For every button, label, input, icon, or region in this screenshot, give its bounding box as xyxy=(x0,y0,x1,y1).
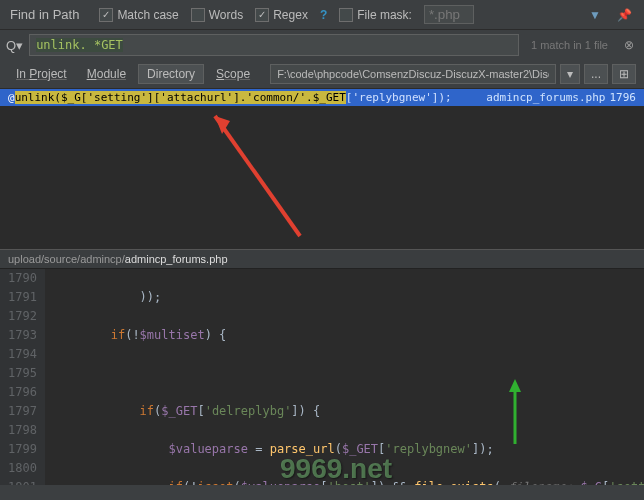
result-line: 1796 xyxy=(610,91,637,104)
dialog-header: Find in Path Match case Words Regex ? Fi… xyxy=(0,0,644,30)
svg-line-0 xyxy=(215,116,300,236)
line-gutter: 1790179117921793179417951796179717981799… xyxy=(0,269,45,485)
file-path-prefix: upload/source/admincp/ xyxy=(8,253,125,265)
tab-in-project[interactable]: In Project xyxy=(8,65,75,83)
search-icon: Q▾ xyxy=(6,38,23,53)
browse-button[interactable]: ... xyxy=(584,64,608,84)
dialog-title: Find in Path xyxy=(10,7,79,22)
checkbox-icon xyxy=(99,8,113,22)
scope-row: In Project Module Directory Scope ▾ ... … xyxy=(0,60,644,89)
directory-path-input[interactable] xyxy=(270,64,556,84)
result-at: @ xyxy=(8,91,15,104)
file-path-bar: upload/source/admincp/admincp_forums.php xyxy=(0,249,644,269)
code-editor[interactable]: 1790179117921793179417951796179717981799… xyxy=(0,269,644,485)
result-file: admincp_forums.php xyxy=(486,91,605,104)
annotation-arrow-icon xyxy=(200,106,320,246)
filter-icon[interactable]: ▼ xyxy=(587,6,603,24)
search-row: Q▾ unlink. *GET 1 match in 1 file ⊗ xyxy=(0,30,644,60)
tab-scope[interactable]: Scope xyxy=(208,65,258,83)
tree-button[interactable]: ⊞ xyxy=(612,64,636,84)
tab-module[interactable]: Module xyxy=(79,65,134,83)
file-name: admincp_forums.php xyxy=(125,253,228,265)
checkbox-icon xyxy=(191,8,205,22)
result-highlight: unlink($_G['setting']['attachurl'].'comm… xyxy=(15,91,346,104)
file-mask-checkbox[interactable]: File mask: xyxy=(339,8,412,22)
dropdown-icon[interactable]: ▾ xyxy=(560,64,580,84)
results-preview-area xyxy=(0,106,644,249)
code-content[interactable]: )); if(!$multiset) { if($_GET['delreplyb… xyxy=(45,269,644,485)
regex-checkbox[interactable]: Regex xyxy=(255,8,308,22)
match-case-checkbox[interactable]: Match case xyxy=(99,8,178,22)
result-rest: ['replybgnew']); xyxy=(346,91,452,104)
file-mask-input[interactable] xyxy=(424,5,474,24)
pin-icon[interactable]: 📌 xyxy=(615,6,634,24)
svg-marker-1 xyxy=(215,116,230,134)
regex-help-icon[interactable]: ? xyxy=(320,8,327,22)
checkbox-icon xyxy=(255,8,269,22)
clear-icon[interactable]: ⊗ xyxy=(620,38,638,52)
tab-directory[interactable]: Directory xyxy=(138,64,204,84)
words-checkbox[interactable]: Words xyxy=(191,8,243,22)
search-result-row[interactable]: @unlink($_G['setting']['attachurl'].'com… xyxy=(0,89,644,106)
checkbox-icon xyxy=(339,8,353,22)
search-input[interactable]: unlink. *GET xyxy=(29,34,519,56)
match-count: 1 match in 1 file xyxy=(525,39,614,51)
